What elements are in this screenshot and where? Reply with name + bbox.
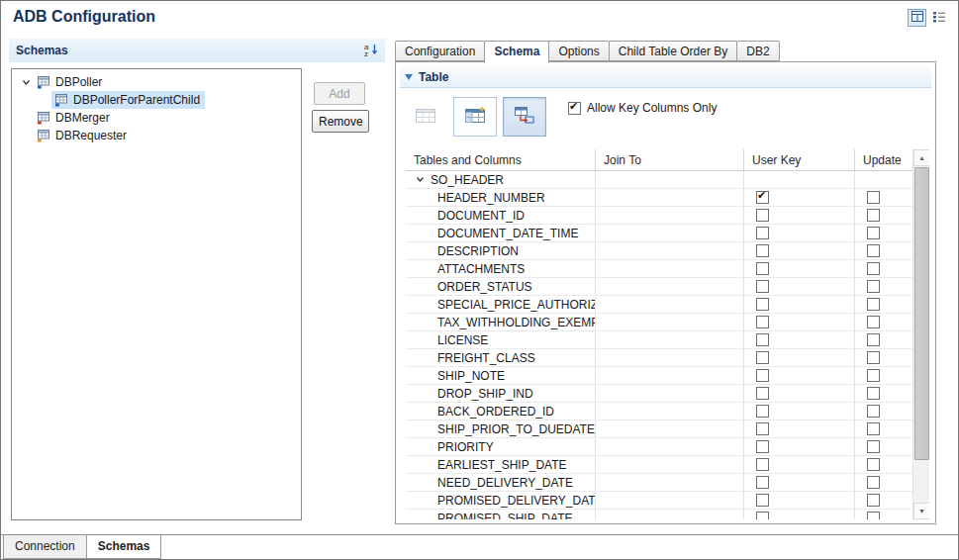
update-checkbox[interactable] [867, 476, 880, 489]
column-header[interactable]: Join To [596, 149, 744, 170]
update-checkbox[interactable] [867, 227, 880, 239]
table-row[interactable]: ORDER_STATUS [406, 278, 912, 296]
add-button[interactable]: Add [314, 82, 365, 105]
tree-item[interactable]: DBRequester [12, 127, 301, 144]
table-row[interactable]: DOCUMENT_DATE_TIME [406, 225, 912, 242]
user-key-checkbox[interactable] [756, 440, 769, 453]
join-to-cell[interactable] [596, 420, 744, 437]
table-row[interactable]: FREIGHT_CLASS [406, 349, 912, 367]
user-key-checkbox[interactable] [756, 351, 769, 364]
join-to-cell[interactable] [596, 510, 744, 519]
user-key-checkbox[interactable] [756, 512, 769, 519]
update-checkbox[interactable] [867, 440, 880, 453]
user-key-checkbox[interactable] [756, 191, 769, 204]
join-to-cell[interactable] [596, 171, 744, 188]
table-section-header[interactable]: Table [400, 66, 931, 88]
update-checkbox[interactable] [867, 280, 880, 293]
sort-button[interactable]: az [361, 41, 381, 60]
update-checkbox[interactable] [867, 298, 880, 311]
table-row[interactable]: SPECIAL_PRICE_AUTHORIZA [406, 296, 912, 314]
table-row[interactable]: SHIP_NOTE [406, 367, 912, 385]
remove-button[interactable]: Remove [312, 110, 369, 133]
join-to-cell[interactable] [596, 331, 744, 348]
table-row[interactable]: PROMISED_SHIP_DATE [406, 510, 912, 519]
update-cell[interactable] [855, 225, 912, 241]
update-cell[interactable] [855, 474, 912, 491]
table-row[interactable]: SO_HEADER [406, 171, 912, 189]
tree-item-body[interactable]: DBPollerForParentChild [51, 91, 205, 109]
tab-child-table-order-by[interactable]: Child Table Order By [609, 41, 738, 61]
user-key-checkbox[interactable] [756, 280, 769, 293]
table-row[interactable]: NEED_DELIVERY_DATE [406, 474, 912, 492]
tree-item-body[interactable]: DBPoller [34, 73, 107, 91]
user-key-checkbox[interactable] [756, 316, 769, 328]
user-key-cell[interactable] [744, 314, 855, 330]
update-checkbox[interactable] [867, 262, 880, 275]
join-to-cell[interactable] [596, 242, 744, 259]
column-header[interactable]: Update [855, 149, 912, 170]
join-to-cell[interactable] [596, 349, 744, 366]
update-cell[interactable] [855, 510, 912, 519]
join-to-cell[interactable] [596, 492, 744, 509]
table-row[interactable]: DOCUMENT_ID [406, 207, 912, 225]
tab-db2[interactable]: DB2 [736, 41, 779, 61]
join-to-cell[interactable] [596, 296, 744, 313]
update-cell[interactable] [855, 207, 912, 224]
user-key-cell[interactable] [744, 278, 855, 295]
row-expander-icon[interactable] [412, 172, 428, 188]
table-row[interactable]: DESCRIPTION [406, 242, 912, 260]
user-key-cell[interactable] [744, 420, 855, 437]
allow-key-columns-checkbox[interactable] [568, 102, 581, 115]
join-to-cell[interactable] [596, 278, 744, 295]
table-row[interactable]: PRIORITY [406, 438, 912, 456]
join-to-cell[interactable] [596, 189, 744, 206]
update-cell[interactable] [855, 242, 912, 259]
update-checkbox[interactable] [867, 191, 880, 204]
user-key-checkbox[interactable] [756, 405, 769, 418]
vertical-scrollbar[interactable]: ▲ ▼ [912, 149, 929, 519]
table-view-button[interactable] [404, 97, 447, 137]
tree-item-body[interactable]: DBMerger [34, 109, 115, 127]
update-cell[interactable] [855, 420, 912, 437]
user-key-checkbox[interactable] [756, 494, 769, 507]
user-key-checkbox[interactable] [756, 422, 769, 435]
scroll-up-button[interactable]: ▲ [913, 149, 929, 166]
table-row[interactable]: BACK_ORDERED_ID [406, 403, 912, 420]
tree-item[interactable]: DBMerger [12, 109, 301, 127]
update-cell[interactable] [855, 296, 912, 313]
update-checkbox[interactable] [867, 209, 880, 222]
list-view-button[interactable] [929, 9, 948, 27]
table-row[interactable]: DROP_SHIP_IND [406, 385, 912, 403]
user-key-checkbox[interactable] [756, 209, 769, 222]
update-checkbox[interactable] [867, 369, 880, 382]
bottom-tab-connection[interactable]: Connection [3, 535, 87, 559]
update-checkbox[interactable] [867, 458, 880, 471]
update-cell[interactable] [855, 492, 912, 509]
join-to-cell[interactable] [596, 225, 744, 241]
table-row[interactable]: SHIP_PRIOR_TO_DUEDATE_I [406, 420, 912, 438]
user-key-cell[interactable] [744, 225, 855, 241]
scrollbar-thumb[interactable] [914, 167, 929, 460]
table-row[interactable]: PROMISED_DELIVERY_DATE [406, 492, 912, 510]
table-row[interactable]: HEADER_NUMBER [406, 189, 912, 207]
table-row[interactable]: TAX_WITHHOLDING_EXEMP [406, 314, 912, 331]
user-key-checkbox[interactable] [756, 458, 769, 471]
user-key-checkbox[interactable] [756, 244, 769, 257]
update-cell[interactable] [855, 260, 912, 277]
table-row[interactable]: LICENSE [406, 331, 912, 349]
user-key-cell[interactable] [744, 242, 855, 259]
update-cell[interactable] [855, 438, 912, 455]
update-cell[interactable] [855, 349, 912, 366]
table-row[interactable]: EARLIEST_SHIP_DATE [406, 456, 912, 474]
user-key-cell[interactable] [744, 189, 855, 206]
user-key-checkbox[interactable] [756, 262, 769, 275]
schemas-tree[interactable]: DBPollerDBPollerForParentChildDBMergerDB… [11, 68, 302, 520]
tab-options[interactable]: Options [548, 41, 609, 61]
user-key-cell[interactable] [744, 403, 855, 420]
user-key-cell[interactable] [744, 331, 855, 348]
bottom-tab-schemas[interactable]: Schemas [86, 535, 162, 559]
update-cell[interactable] [855, 314, 912, 330]
parent-child-hierarchy-button[interactable] [503, 97, 546, 137]
table-row[interactable]: ATTACHMENTS [406, 260, 912, 278]
user-key-cell[interactable] [744, 349, 855, 366]
